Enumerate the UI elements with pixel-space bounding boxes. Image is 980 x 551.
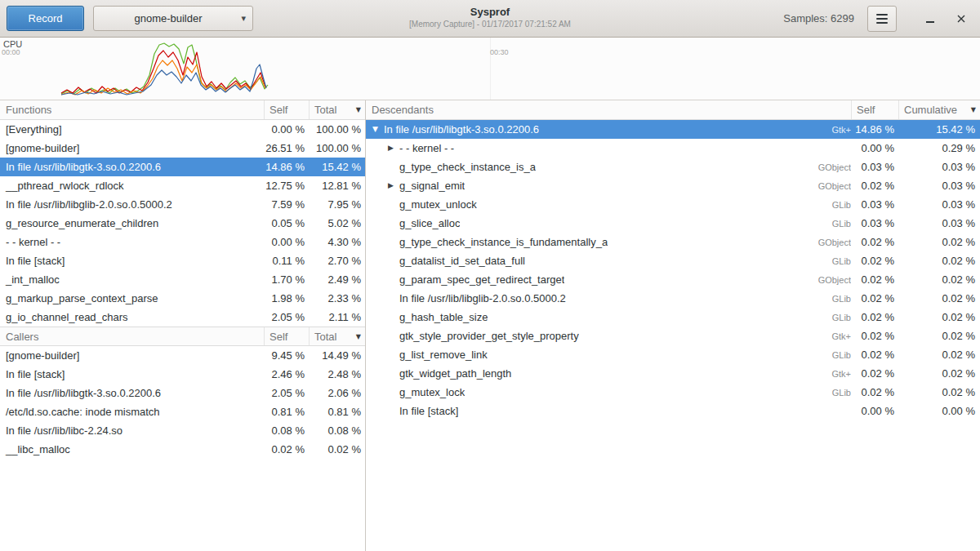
descendant-row[interactable]: In file /usr/lib/libglib-2.0.so.0.5000.2… bbox=[366, 289, 980, 308]
function-row[interactable]: In file [stack]0.11 %2.70 % bbox=[0, 251, 365, 270]
left-pane: Functions Self Total ▼ [Everything]0.00 … bbox=[0, 100, 366, 551]
callers-column-header[interactable]: Callers bbox=[0, 327, 264, 345]
descendant-row[interactable]: ▶- - kernel - -0.00 %0.29 % bbox=[366, 139, 980, 158]
descendant-cumulative-value: 0.02 % bbox=[898, 273, 980, 286]
menu-button[interactable] bbox=[867, 6, 897, 32]
caller-row[interactable]: [gnome-builder]9.45 %14.49 % bbox=[0, 346, 365, 365]
descendant-cumulative-value: 0.02 % bbox=[898, 386, 980, 398]
caller-row[interactable]: In file /usr/lib/libgtk-3.so.0.2200.62.0… bbox=[0, 384, 365, 402]
time-tick-mid: 00:30 bbox=[490, 48, 509, 56]
descendant-self-value: 0.02 % bbox=[851, 330, 898, 342]
descendant-row[interactable]: g_param_spec_get_redirect_targetGObject0… bbox=[366, 270, 980, 289]
descendant-cumulative-value: 0.02 % bbox=[898, 255, 980, 267]
descendant-row[interactable]: gtk_widget_path_lengthGtk+0.02 %0.02 % bbox=[366, 364, 980, 383]
functions-self-column-header[interactable]: Self bbox=[264, 100, 309, 119]
descendant-category: GObject bbox=[812, 275, 851, 285]
functions-total-column-header[interactable]: Total ▼ bbox=[309, 100, 365, 119]
descendants-cumulative-label: Cumulative bbox=[904, 104, 957, 116]
descendant-category: GLib bbox=[826, 388, 851, 398]
descendants-self-column-header[interactable]: Self bbox=[851, 100, 898, 119]
caller-name: In file [stack] bbox=[0, 368, 264, 380]
function-row[interactable]: [Everything]0.00 %100.00 % bbox=[0, 120, 365, 139]
function-row[interactable]: g_markup_parse_context_parse1.98 %2.33 % bbox=[0, 289, 365, 308]
caller-self-value: 0.02 % bbox=[264, 443, 309, 455]
expander-closed-icon[interactable]: ▶ bbox=[388, 139, 399, 158]
caller-total-value: 14.49 % bbox=[309, 349, 365, 362]
function-name: [gnome-builder] bbox=[0, 142, 264, 154]
descendant-category: GLib bbox=[826, 294, 851, 304]
function-self-value: 0.00 % bbox=[264, 123, 309, 136]
descendant-row[interactable]: In file [stack]0.00 %0.00 % bbox=[366, 402, 980, 420]
caller-total-value: 0.81 % bbox=[309, 406, 365, 418]
caller-total-value: 2.06 % bbox=[309, 387, 365, 399]
functions-column-header[interactable]: Functions bbox=[0, 100, 264, 119]
descendant-row[interactable]: g_slice_allocGLib0.03 %0.03 % bbox=[366, 214, 980, 233]
descendant-cumulative-value: 0.03 % bbox=[898, 180, 980, 192]
function-row[interactable]: - - kernel - -0.00 %4.30 % bbox=[0, 233, 365, 251]
close-button[interactable] bbox=[949, 7, 973, 31]
descendant-row[interactable]: g_mutex_unlockGLib0.03 %0.03 % bbox=[366, 195, 980, 214]
caller-row[interactable]: __libc_malloc0.02 %0.02 % bbox=[0, 440, 365, 459]
minimize-button[interactable] bbox=[918, 7, 942, 31]
descendant-row[interactable]: g_type_check_instance_is_aGObject0.03 %0… bbox=[366, 158, 980, 176]
descendant-name: - - kernel - - bbox=[399, 142, 454, 154]
descendant-self-value: 0.02 % bbox=[851, 255, 898, 267]
sort-indicator-icon: ▼ bbox=[356, 106, 361, 113]
descendant-self-value: 0.02 % bbox=[851, 273, 898, 286]
headerbar-right-group: Samples: 6299 bbox=[783, 6, 973, 32]
descendant-self-value: 0.03 % bbox=[851, 198, 898, 211]
descendant-self-value: 0.02 % bbox=[851, 236, 898, 248]
caller-total-value: 0.02 % bbox=[309, 443, 365, 455]
caller-row[interactable]: In file /usr/lib/libc-2.24.so0.08 %0.08 … bbox=[0, 421, 365, 440]
descendants-column-header[interactable]: Descendants bbox=[366, 100, 851, 119]
function-total-value: 2.33 % bbox=[309, 292, 365, 304]
descendant-name: g_param_spec_get_redirect_target bbox=[399, 273, 564, 286]
cpu-timeline[interactable]: CPU 00:00 00:30 bbox=[0, 38, 980, 100]
function-row[interactable]: g_resource_enumerate_children0.05 %5.02 … bbox=[0, 214, 365, 233]
descendant-row[interactable]: g_list_remove_linkGLib0.02 %0.02 % bbox=[366, 345, 980, 364]
expander-open-icon[interactable]: ▼ bbox=[372, 120, 384, 139]
descendant-row[interactable]: ▼In file /usr/lib/libgtk-3.so.0.2200.6Gt… bbox=[366, 120, 980, 139]
descendant-main-cell: g_slice_allocGLib bbox=[366, 217, 851, 229]
descendant-row[interactable]: g_mutex_lockGLib0.02 %0.02 % bbox=[366, 383, 980, 402]
descendant-self-value: 0.03 % bbox=[851, 161, 898, 173]
descendant-main-cell: g_datalist_id_set_data_fullGLib bbox=[366, 255, 851, 267]
descendant-name: gtk_widget_path_length bbox=[399, 367, 511, 380]
function-self-value: 1.98 % bbox=[264, 292, 309, 304]
descendant-main-cell: g_mutex_lockGLib bbox=[366, 386, 851, 398]
descendants-cumulative-column-header[interactable]: Cumulative ▼ bbox=[898, 100, 980, 119]
caller-row[interactable]: In file [stack]2.46 %2.48 % bbox=[0, 365, 365, 384]
function-row[interactable]: In file /usr/lib/libglib-2.0.so.0.5000.2… bbox=[0, 195, 365, 214]
expander-closed-icon[interactable]: ▶ bbox=[388, 176, 399, 195]
callers-total-column-header[interactable]: Total ▼ bbox=[309, 327, 365, 345]
descendant-row[interactable]: g_type_check_instance_is_fundamentally_a… bbox=[366, 233, 980, 251]
function-total-value: 100.00 % bbox=[309, 142, 365, 154]
descendant-name: In file /usr/lib/libglib-2.0.so.0.5000.2 bbox=[399, 292, 566, 304]
function-row[interactable]: [gnome-builder]26.51 %100.00 % bbox=[0, 139, 365, 158]
function-name: In file [stack] bbox=[0, 255, 264, 267]
descendant-category: Gtk+ bbox=[825, 125, 851, 135]
function-self-value: 0.00 % bbox=[264, 236, 309, 248]
descendant-row[interactable]: gtk_style_provider_get_style_propertyGtk… bbox=[366, 327, 980, 345]
function-total-value: 100.00 % bbox=[309, 123, 365, 136]
descendant-category: Gtk+ bbox=[825, 331, 851, 341]
caller-row[interactable]: /etc/ld.so.cache: inode mismatch0.81 %0.… bbox=[0, 402, 365, 421]
descendant-row[interactable]: g_hash_table_sizeGLib0.02 %0.02 % bbox=[366, 308, 980, 327]
caller-name: In file /usr/lib/libgtk-3.so.0.2200.6 bbox=[0, 387, 264, 399]
caller-name: In file /usr/lib/libc-2.24.so bbox=[0, 424, 264, 437]
function-name: _int_malloc bbox=[0, 273, 264, 286]
function-row[interactable]: g_io_channel_read_chars2.05 %2.11 % bbox=[0, 308, 365, 327]
record-button[interactable]: Record bbox=[7, 6, 84, 31]
samples-count: Samples: 6299 bbox=[783, 12, 854, 24]
minimize-icon bbox=[926, 21, 934, 23]
process-selector-dropdown[interactable]: gnome-builder ▾ bbox=[93, 6, 253, 31]
function-row[interactable]: _int_malloc1.70 %2.49 % bbox=[0, 270, 365, 289]
descendant-row[interactable]: ▶g_signal_emitGObject0.02 %0.03 % bbox=[366, 176, 980, 195]
descendants-table-header: Descendants Self Cumulative ▼ bbox=[366, 100, 980, 120]
functions-table-header: Functions Self Total ▼ bbox=[0, 100, 365, 120]
function-row[interactable]: In file /usr/lib/libgtk-3.so.0.2200.614.… bbox=[0, 158, 365, 176]
callers-self-column-header[interactable]: Self bbox=[264, 327, 309, 345]
descendants-table: ▼In file /usr/lib/libgtk-3.so.0.2200.6Gt… bbox=[366, 120, 980, 420]
function-row[interactable]: __pthread_rwlock_rdlock12.75 %12.81 % bbox=[0, 176, 365, 195]
descendant-row[interactable]: g_datalist_id_set_data_fullGLib0.02 %0.0… bbox=[366, 251, 980, 270]
